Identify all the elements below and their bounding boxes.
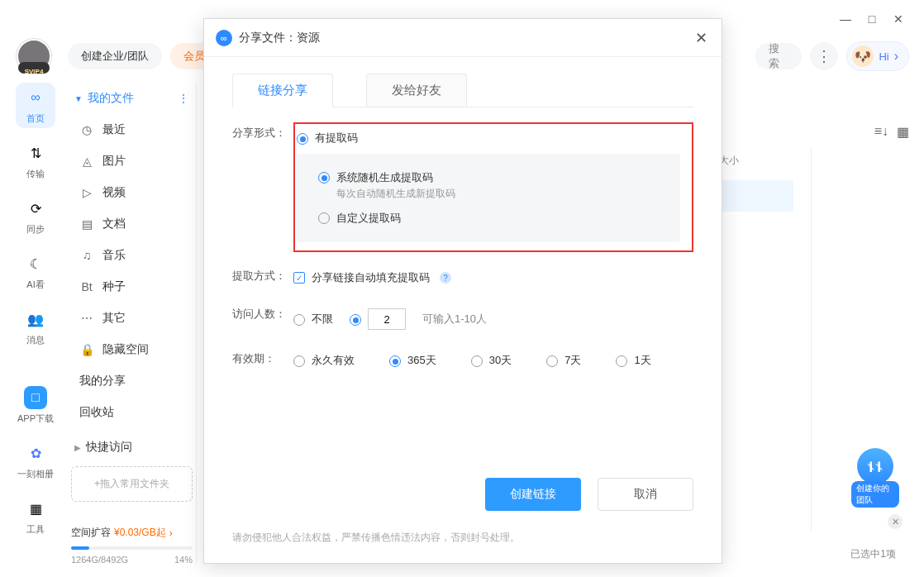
phone-icon: □ [24,386,47,409]
headphone-icon: ♫ [79,249,94,262]
avatar[interactable]: SVIP4 [17,39,51,74]
checkbox-autofill[interactable]: ✓ 分享链接自动填充提取码 ? [293,265,693,290]
tree-hidden[interactable]: 🔒隐藏空间 [68,334,196,365]
cloud-icon: ∞ [216,30,232,46]
bt-icon: Bt [79,280,94,293]
nav-transfer[interactable]: ⇅传输 [16,138,55,184]
label-extract-method: 提取方式： [232,265,293,290]
tab-send-friend[interactable]: 发给好友 [366,74,467,107]
sort-icon[interactable]: ≡↓ [874,124,888,140]
table-row[interactable]: - [719,274,793,306]
quick-drop-zone[interactable]: +拖入常用文件夹 [71,466,193,502]
label-visitors: 访问人数： [232,303,293,335]
doc-icon: ▤ [79,217,94,231]
create-team-fab[interactable]: ⫮⫮ 创建你的团队 [851,448,899,508]
tree-docs[interactable]: ▤文档 [68,208,196,240]
more-icon[interactable]: ⋮ [810,42,838,70]
tree-recent[interactable]: ◷最近 [68,114,196,145]
tree-music[interactable]: ♫音乐 [68,240,196,271]
left-nav: ∞首页 ⇅传输 ⟳同步 ☾AI看 👥消息 □APP下载 ✿一刻相册 ▦工具 [13,83,58,539]
radio-visitor-count[interactable] [350,303,406,335]
tree-recycle[interactable]: 回收站 [68,397,196,428]
chevron-down-icon: ▼ [74,94,83,103]
table-row[interactable]: - [719,400,793,432]
radio-custom-code[interactable]: 自定义提取码 [318,206,659,231]
tree-video[interactable]: ▷视频 [68,177,196,208]
storage-bar [71,546,193,550]
transfer-icon: ⇅ [24,141,47,165]
lock-icon: 🔒 [79,343,94,356]
tree-other[interactable]: ⋯其它 [68,303,196,334]
assistant-label: Hi [879,50,888,63]
nav-sync[interactable]: ⟳同步 [16,193,55,239]
radio-icon [389,355,401,367]
clock-icon: ◷ [79,123,94,136]
nav-album[interactable]: ✿一刻相册 [16,438,55,484]
table-row[interactable]: - [719,306,793,337]
image-icon: ◬ [79,155,94,168]
radio-icon [297,133,308,145]
radio-icon [350,314,361,326]
radio-with-code[interactable]: 有提取码 [297,126,680,150]
radio-icon [318,212,330,224]
album-icon: ✿ [24,441,47,465]
nav-ai[interactable]: ☾AI看 [16,249,55,294]
tree-bt[interactable]: Bt种子 [68,271,196,303]
radio-validity-forever[interactable]: 永久有效 [293,348,355,373]
tree-images[interactable]: ◬图片 [68,145,196,177]
table-row[interactable]: - [719,180,793,212]
create-team-button[interactable]: 创建企业/团队 [68,43,162,69]
column-size-header[interactable]: 大小 [719,154,793,168]
messages-icon: 👥 [24,308,47,331]
assistant-button[interactable]: 🐶 Hi › [846,41,909,71]
radio-validity-1[interactable]: 1天 [616,348,650,373]
search-button[interactable]: 搜索 [755,43,802,69]
window-minimize[interactable]: — [838,12,853,26]
nav-home[interactable]: ∞首页 [16,83,55,128]
help-icon[interactable]: ? [440,272,451,284]
radio-validity-7[interactable]: 7天 [546,348,581,373]
cancel-button[interactable]: 取消 [598,478,693,511]
table-row[interactable]: - [719,494,793,526]
fab-close[interactable]: ✕ [888,514,903,529]
tree-quick-access[interactable]: ▶快捷访问 [68,428,196,463]
table-row[interactable]: - [719,337,793,369]
nav-messages[interactable]: 👥消息 [16,304,55,350]
radio-unlimited[interactable]: 不限 [293,307,333,331]
file-tree: ▼ 我的文件 ⋮ ◷最近 ◬图片 ▷视频 ▤文档 ♫音乐 Bt种子 ⋯其它 🔒隐… [68,83,197,565]
radio-validity-365[interactable]: 365天 [389,348,436,373]
assistant-avatar-icon: 🐶 [852,45,874,67]
table-row[interactable]: - [719,432,793,463]
more-icon[interactable]: ⋮ [178,92,189,105]
tree-my-share[interactable]: 我的分享 [68,365,196,397]
table-row[interactable]: - [719,243,793,274]
chevron-right-icon: ▶ [74,443,81,452]
chart-icon: ⫮⫮ [857,448,893,484]
visitor-hint: 可输入1-10人 [422,312,487,327]
grid-view-icon[interactable]: ▦ [897,124,909,140]
window-close[interactable]: ✕ [891,12,906,26]
radio-icon [546,355,558,367]
radio-icon [471,355,483,367]
sync-icon: ⟳ [24,197,47,220]
nav-tools[interactable]: ▦工具 [16,494,55,539]
radio-icon [293,355,305,367]
dialog-close-button[interactable]: ✕ [692,29,710,47]
home-icon: ∞ [24,86,47,109]
table-row[interactable]: - [719,212,793,243]
create-link-button[interactable]: 创建链接 [485,478,581,511]
window-maximize[interactable]: □ [864,12,879,26]
tree-my-files[interactable]: ▼ 我的文件 ⋮ [68,83,196,114]
visitor-count-input[interactable] [368,308,406,330]
table-row[interactable]: - [719,369,793,400]
table-row[interactable]: - [719,463,793,494]
highlight-box: 有提取码 系统随机生成提取码 每次自动随机生成新提取码 自定义提取 [293,122,693,252]
tab-link-share[interactable]: 链接分享 [232,74,333,107]
nav-app-download[interactable]: □APP下载 [16,383,55,428]
checkbox-icon: ✓ [293,272,305,284]
radio-system-gen[interactable]: 系统随机生成提取码 每次自动随机生成新提取码 [318,165,659,206]
storage-panel[interactable]: 空间扩容¥0.03/GB起› 1264G/8492G14% [68,519,196,565]
tools-icon: ▦ [24,497,47,520]
label-validity: 有效期： [232,348,293,373]
radio-validity-30[interactable]: 30天 [471,348,512,373]
